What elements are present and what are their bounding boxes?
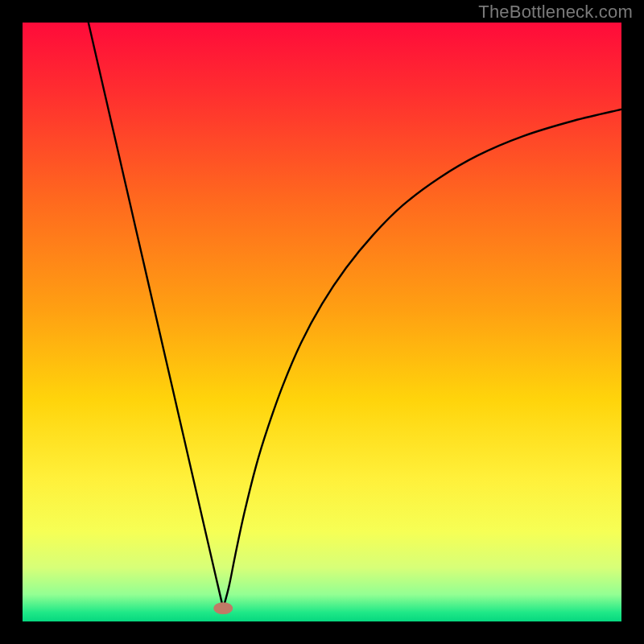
- chart-svg: [23, 23, 621, 621]
- chart-frame: TheBottleneck.com: [0, 0, 644, 644]
- watermark-label: TheBottleneck.com: [478, 2, 633, 23]
- gradient-background: [23, 23, 621, 621]
- plot-area: [23, 23, 621, 621]
- minimum-marker: [213, 602, 233, 614]
